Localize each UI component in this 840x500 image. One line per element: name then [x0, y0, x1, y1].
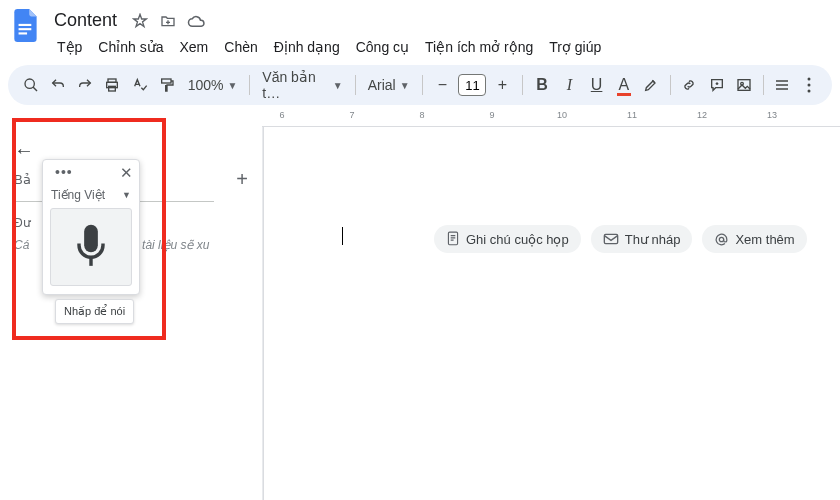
menubar: Tệp Chỉnh sửa Xem Chèn Định dạng Công cụ… — [50, 35, 828, 59]
highlight-button[interactable] — [639, 71, 664, 99]
menu-format[interactable]: Định dạng — [267, 35, 347, 59]
paint-format-icon[interactable] — [154, 71, 179, 99]
voice-language-dropdown[interactable]: Tiếng Việt▼ — [43, 186, 139, 208]
menu-file[interactable]: Tệp — [50, 35, 89, 59]
document-icon — [446, 231, 460, 247]
at-icon — [714, 232, 729, 247]
menu-help[interactable]: Trợ giúp — [542, 35, 608, 59]
styles-dropdown[interactable]: Văn bản t…▼ — [256, 71, 348, 99]
add-outline-icon[interactable]: + — [236, 168, 248, 191]
fontsize-decrease[interactable]: − — [428, 71, 456, 99]
bold-button[interactable]: B — [529, 71, 554, 99]
text-color-button[interactable]: A — [611, 71, 636, 99]
document-canvas: Ghi chú cuộc họp Thư nháp Xem thêm — [262, 127, 840, 500]
toolbar: 100%▼ Văn bản t…▼ Arial▼ − + B I U A — [8, 65, 832, 105]
doc-title[interactable]: Content — [50, 8, 121, 33]
underline-button[interactable]: U — [584, 71, 609, 99]
spellcheck-icon[interactable] — [127, 71, 152, 99]
svg-rect-0 — [19, 24, 32, 26]
image-button[interactable] — [731, 71, 756, 99]
voice-typing-panel: ••• ✕ Tiếng Việt▼ Nhấp để nói — [42, 159, 140, 295]
document-page[interactable]: Ghi chú cuộc họp Thư nháp Xem thêm — [263, 127, 840, 500]
move-icon[interactable] — [159, 12, 177, 30]
voice-more-icon[interactable]: ••• — [55, 164, 73, 182]
voice-tooltip: Nhấp để nói — [55, 299, 134, 324]
chip-more[interactable]: Xem thêm — [702, 225, 806, 253]
fontsize-increase[interactable]: + — [488, 71, 516, 99]
microphone-icon — [70, 223, 112, 271]
link-button[interactable] — [677, 71, 702, 99]
chip-meeting-notes[interactable]: Ghi chú cuộc họp — [434, 225, 581, 253]
menu-tools[interactable]: Công cụ — [349, 35, 416, 59]
svg-rect-8 — [738, 80, 750, 91]
text-cursor — [342, 227, 343, 245]
envelope-icon — [603, 232, 619, 246]
menu-extensions[interactable]: Tiện ích mở rộng — [418, 35, 540, 59]
svg-point-3 — [25, 79, 34, 88]
svg-rect-7 — [162, 79, 171, 83]
outline-sidebar: ← Bả + Đư Cá thêm vào tài liệu sẽ xu •••… — [0, 127, 262, 500]
font-dropdown[interactable]: Arial▼ — [362, 71, 416, 99]
svg-rect-14 — [604, 234, 617, 243]
svg-point-15 — [720, 237, 724, 241]
zoom-dropdown[interactable]: 100%▼ — [182, 71, 244, 99]
align-button[interactable] — [769, 71, 794, 99]
redo-icon[interactable] — [73, 71, 98, 99]
italic-button[interactable]: I — [557, 71, 582, 99]
ruler[interactable]: 6 7 8 9 10 11 12 13 — [262, 109, 840, 127]
svg-point-11 — [808, 84, 811, 87]
comment-button[interactable] — [704, 71, 729, 99]
menu-insert[interactable]: Chèn — [217, 35, 264, 59]
voice-mic-button[interactable] — [50, 208, 132, 286]
menu-edit[interactable]: Chỉnh sửa — [91, 35, 170, 59]
svg-point-12 — [808, 90, 811, 93]
fontsize-input[interactable] — [458, 74, 486, 96]
undo-icon[interactable] — [45, 71, 70, 99]
print-icon[interactable] — [100, 71, 125, 99]
cloud-icon[interactable] — [187, 12, 205, 30]
svg-rect-1 — [19, 28, 32, 30]
svg-rect-2 — [19, 32, 28, 34]
star-icon[interactable] — [131, 12, 149, 30]
chip-email-draft[interactable]: Thư nháp — [591, 225, 693, 253]
voice-close-icon[interactable]: ✕ — [120, 164, 133, 182]
docs-logo[interactable] — [12, 8, 40, 44]
search-icon[interactable] — [18, 71, 43, 99]
menu-view[interactable]: Xem — [173, 35, 216, 59]
more-button[interactable] — [797, 71, 822, 99]
outline-label: Bả — [14, 172, 31, 187]
svg-point-10 — [808, 78, 811, 81]
